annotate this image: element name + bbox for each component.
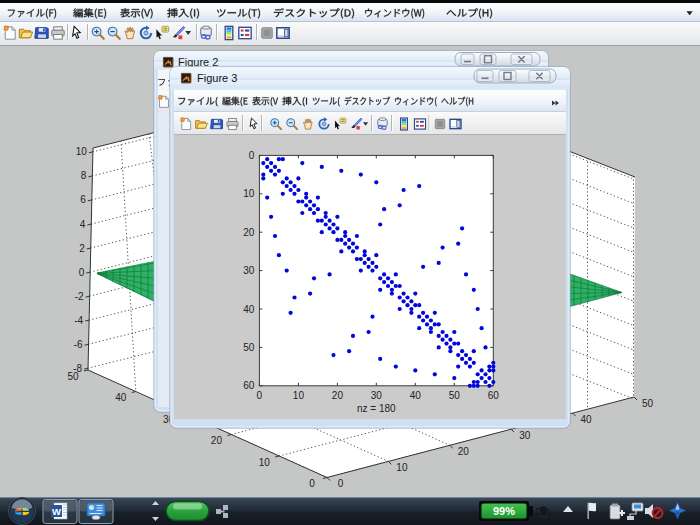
svg-text:30: 30 [243, 265, 255, 276]
svg-text:20: 20 [332, 390, 344, 401]
svg-text:0: 0 [79, 267, 85, 278]
svg-text:10: 10 [293, 390, 305, 401]
svg-text:50: 50 [67, 371, 79, 382]
svg-text:-6: -6 [74, 339, 83, 350]
svg-text:0: 0 [338, 478, 344, 489]
svg-text:20: 20 [458, 446, 470, 457]
svg-text:2: 2 [79, 243, 85, 254]
svg-text:10: 10 [259, 457, 271, 468]
svg-text:0: 0 [249, 150, 255, 161]
svg-text:8: 8 [81, 170, 87, 181]
svg-text:30: 30 [371, 390, 383, 401]
svg-text:40: 40 [115, 392, 127, 403]
svg-text:W: W [52, 506, 61, 517]
svg-text:99%: 99% [493, 505, 515, 517]
svg-text:Figure 2: Figure 2 [178, 56, 218, 68]
svg-text:50: 50 [243, 342, 255, 353]
svg-text:10: 10 [76, 146, 88, 157]
svg-text:50: 50 [642, 398, 654, 409]
svg-text:10: 10 [396, 462, 408, 473]
svg-text:50: 50 [449, 390, 461, 401]
svg-text:40: 40 [243, 304, 255, 315]
svg-text:-4: -4 [74, 315, 83, 326]
svg-text:4: 4 [80, 219, 86, 230]
svg-text:10: 10 [243, 188, 255, 199]
svg-text:0: 0 [257, 390, 263, 401]
svg-text:20: 20 [211, 435, 223, 446]
svg-text:60: 60 [488, 390, 500, 401]
svg-text:Figure 3: Figure 3 [197, 72, 237, 84]
svg-text:40: 40 [410, 390, 422, 401]
svg-text:nz = 180: nz = 180 [357, 403, 396, 414]
svg-text:20: 20 [243, 227, 255, 238]
svg-text:6: 6 [80, 194, 86, 205]
svg-text:0: 0 [309, 478, 315, 489]
svg-text:30: 30 [519, 430, 531, 441]
svg-text:40: 40 [581, 414, 593, 425]
svg-text:60: 60 [243, 380, 255, 391]
svg-text:-2: -2 [75, 291, 84, 302]
